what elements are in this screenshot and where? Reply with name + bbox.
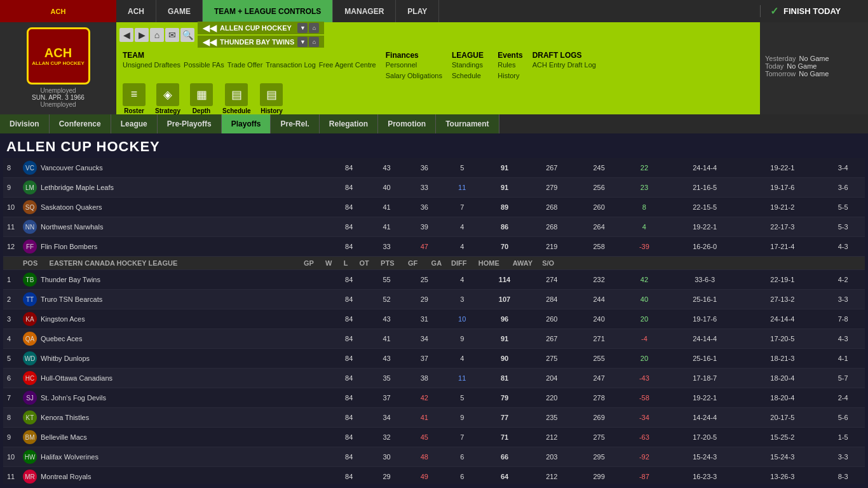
history-button[interactable]: ▤ History xyxy=(260,83,283,114)
table-row[interactable]: 12 FF Flin Flon Bombers 84 33 47 4 70 21… xyxy=(3,237,865,257)
pos-cell: 3 xyxy=(3,309,19,329)
pts-cell: 90 xyxy=(481,349,528,369)
team-logo: KA xyxy=(23,312,37,326)
schedule-button[interactable]: ▤ Schedule xyxy=(222,83,250,114)
table-row[interactable]: 3 KA Kingston Aces 84 43 31 10 96 260 24… xyxy=(3,309,865,329)
l-cell: 49 xyxy=(405,467,443,485)
menu-ach-draft-log[interactable]: ACH Entry Draft Log xyxy=(532,61,596,69)
depth-button[interactable]: ▦ Depth xyxy=(190,83,213,114)
so-cell: 1-5 xyxy=(821,428,865,447)
w-cell: 43 xyxy=(368,309,405,329)
nav-home-button[interactable] xyxy=(150,28,164,42)
menu-free-agent-centre[interactable]: Free Agent Centre xyxy=(319,61,376,69)
menu-rules[interactable]: Rules xyxy=(498,61,522,69)
nav-search-button[interactable] xyxy=(180,28,194,42)
table-row[interactable]: 9 BM Belleville Macs 84 32 45 7 71 212 2… xyxy=(3,428,865,447)
team1-icon2[interactable]: ⌂ xyxy=(309,23,319,33)
nav-arrows xyxy=(119,28,194,42)
menu-salary[interactable]: Salary Obligations xyxy=(386,72,442,79)
tab-division[interactable]: Division xyxy=(0,114,50,133)
table-row[interactable]: 6 HC Hull-Ottawa Canadians 84 35 38 11 8… xyxy=(3,369,865,388)
tab-tournament[interactable]: Tournament xyxy=(436,114,499,133)
menu-history[interactable]: History xyxy=(498,72,522,79)
team-menu: TEAM Unsigned Draftees Possible FAs Trad… xyxy=(123,51,376,69)
menu-personnel[interactable]: Personnel xyxy=(386,61,442,69)
ot-cell: 11 xyxy=(444,369,481,388)
tab-pre-playoffs[interactable]: Pre-Playoffs xyxy=(158,114,222,133)
tab-playoffs[interactable]: Playoffs xyxy=(222,114,271,133)
team-logo: HW xyxy=(23,450,37,464)
table-row[interactable]: 10 HW Halifax Wolverines 84 30 48 6 66 2… xyxy=(3,447,865,467)
menu-transaction-log[interactable]: Transaction Log xyxy=(266,61,315,69)
menu-unsigned-draftees[interactable]: Unsigned Draftees xyxy=(123,61,180,69)
strategy-button[interactable]: ◈ Strategy xyxy=(155,83,180,114)
ot-cell: 4 xyxy=(444,217,481,237)
tab-conference[interactable]: Conference xyxy=(50,114,111,133)
menu-standings[interactable]: Standings xyxy=(452,61,488,69)
team1-icon1[interactable]: ▼ xyxy=(297,23,308,33)
table-row[interactable]: 4 QA Quebec Aces 84 41 34 9 91 267 271 -… xyxy=(3,329,865,349)
menu-trade-offer[interactable]: Trade Offer xyxy=(227,61,263,69)
menu-possible-fas[interactable]: Possible FAs xyxy=(184,61,224,69)
gp-cell: 84 xyxy=(330,349,368,369)
home-cell: 19-17-6 xyxy=(666,309,743,329)
team-logo: SJ xyxy=(23,391,37,405)
tab-ach[interactable]: ACH xyxy=(116,0,156,22)
gp-cell: 84 xyxy=(330,369,368,388)
tab-game[interactable]: GAME xyxy=(156,0,203,22)
home-cell: 21-16-5 xyxy=(666,178,743,198)
nav-back-button[interactable] xyxy=(119,28,133,42)
table-row[interactable]: 1 TB Thunder Bay Twins 84 55 25 4 114 27… xyxy=(3,270,865,290)
gp-cell: 84 xyxy=(330,388,368,408)
eastern-header-label: POS EASTERN CANADA HOCKEY LEAGUE GP W L … xyxy=(19,257,865,270)
team-link-twins[interactable]: ◀◀ THUNDER BAY TWINS ▼ ⌂ xyxy=(198,36,324,48)
ga-cell: 244 xyxy=(575,290,622,309)
l-cell: 45 xyxy=(405,428,443,447)
away-cell: 19-22-1 xyxy=(743,158,821,178)
tab-league[interactable]: League xyxy=(111,114,158,133)
tab-relegation[interactable]: Relegation xyxy=(320,114,378,133)
diff-cell: 20 xyxy=(623,349,666,369)
table-row[interactable]: 10 SQ Saskatoon Quakers 84 41 36 7 89 26… xyxy=(3,198,865,217)
table-row[interactable]: 8 KT Kenora Thistles 84 34 41 9 77 235 2… xyxy=(3,408,865,428)
team-link-ach[interactable]: ◀◀ ALLEN CUP HOCKEY ▼ ⌂ xyxy=(198,22,324,34)
l-cell: 25 xyxy=(405,270,443,290)
table-row[interactable]: 11 MR Montreal Royals 84 29 49 6 64 212 … xyxy=(3,467,865,485)
ot-cell: 6 xyxy=(444,467,481,485)
table-row[interactable]: 2 TT Truro TSN Bearcats 84 52 29 3 107 2… xyxy=(3,290,865,309)
finish-today-button[interactable]: ✓ FINISH TODAY xyxy=(760,5,868,17)
pos-cell: 2 xyxy=(3,290,19,309)
nav-forward-button[interactable] xyxy=(135,28,149,42)
l-cell: 37 xyxy=(405,349,443,369)
section-header-eastern: POS EASTERN CANADA HOCKEY LEAGUE GP W L … xyxy=(3,257,865,270)
l-cell: 41 xyxy=(405,408,443,428)
table-row[interactable]: 11 NN Northwest Narwhals 84 41 39 4 86 2… xyxy=(3,217,865,237)
table-row[interactable]: 5 WD Whitby Dunlops 84 43 37 4 90 275 25… xyxy=(3,349,865,369)
away-cell: 27-13-2 xyxy=(743,290,821,309)
tab-promotion[interactable]: Promotion xyxy=(378,114,436,133)
ot-cell: 5 xyxy=(444,388,481,408)
w-cell: 34 xyxy=(368,408,405,428)
gf-cell: 267 xyxy=(528,329,575,349)
tab-play[interactable]: PLAY xyxy=(396,0,439,22)
ga-cell: 245 xyxy=(575,158,622,178)
team-logo: VC xyxy=(23,161,37,175)
away-cell: 17-21-4 xyxy=(743,237,821,257)
table-row[interactable]: 7 SJ St. John's Fog Devils 84 37 42 5 79… xyxy=(3,388,865,408)
diff-cell: -63 xyxy=(623,428,666,447)
team2-icon1[interactable]: ▼ xyxy=(297,37,308,47)
menu-schedule[interactable]: Schedule xyxy=(452,72,488,79)
l-cell: 36 xyxy=(405,198,443,217)
team2-icon2[interactable]: ⌂ xyxy=(309,37,319,47)
tab-pre-rel[interactable]: Pre-Rel. xyxy=(271,114,319,133)
table-row[interactable]: 8 VC Vancouver Canucks 84 43 36 5 91 267… xyxy=(3,158,865,178)
gf-cell: 274 xyxy=(528,270,575,290)
team-logo: NN xyxy=(23,220,37,234)
w-cell: 41 xyxy=(368,198,405,217)
table-row[interactable]: 9 LM Lethbridge Maple Leafs 84 40 33 11 … xyxy=(3,178,865,198)
tab-manager[interactable]: MANAGER xyxy=(333,0,396,22)
roster-button[interactable]: ≡ Roster xyxy=(123,83,146,114)
nav-mail-button[interactable] xyxy=(165,28,179,42)
tab-team-league[interactable]: TEAM + LEAGUE CONTROLS xyxy=(203,0,333,22)
w-cell: 52 xyxy=(368,290,405,309)
